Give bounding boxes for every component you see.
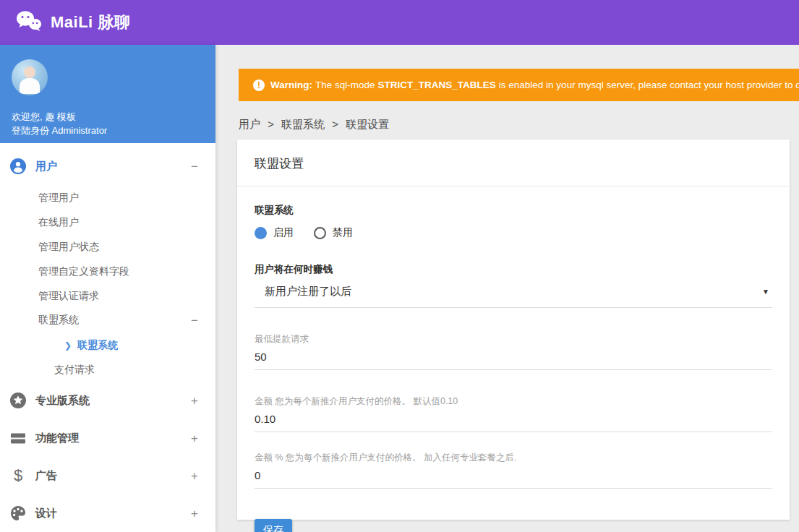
- avatar: [12, 59, 48, 95]
- chevron-right-icon: ❯: [64, 340, 72, 351]
- warning-bold: Warning:: [270, 80, 312, 90]
- sidebar-group-pro[interactable]: 专业版系统 +: [0, 382, 215, 419]
- warning-icon: !: [253, 80, 265, 91]
- expand-icon[interactable]: +: [191, 507, 198, 520]
- sidebar-item-verification-requests[interactable]: 管理认证请求: [0, 283, 215, 308]
- breadcrumb-separator: >: [332, 118, 338, 130]
- radio-enable-label[interactable]: 启用: [273, 226, 294, 239]
- star-icon: [10, 392, 26, 408]
- app-header: MaiLi 脉聊: [0, 0, 799, 45]
- min-withdraw-label: 最低提款请求: [255, 333, 772, 346]
- breadcrumb: 用户 > 联盟系统 > 联盟设置: [239, 118, 389, 132]
- sidebar-item-affiliate-system-active[interactable]: ❯联盟系统: [0, 332, 215, 357]
- warning-text: The sql-mode: [315, 80, 375, 90]
- sidebar-group-ads[interactable]: $ 广告 +: [0, 457, 215, 494]
- sidebar-group-features[interactable]: 功能管理 +: [0, 419, 215, 457]
- sidebar-item-payment-requests[interactable]: 支付请求: [0, 357, 215, 382]
- earn-when-value: 新用户注册了以后: [265, 285, 351, 299]
- user-icon: [10, 158, 26, 174]
- sidebar-group-affiliate[interactable]: 联盟系统 −: [0, 308, 215, 332]
- radio-disable[interactable]: [314, 227, 326, 239]
- affiliate-system-label: 联盟系统: [255, 204, 772, 217]
- breadcrumb-separator: >: [268, 118, 274, 130]
- amount-pct-label: 金额 % 您为每个新推介用户支付的价格。 加入任何专业套餐之后.: [255, 452, 772, 464]
- dollar-icon: $: [10, 468, 26, 484]
- expand-icon[interactable]: +: [191, 470, 198, 482]
- breadcrumb-settings: 联盟设置: [346, 118, 389, 130]
- wechat-logo-icon: [16, 10, 42, 35]
- breadcrumb-users[interactable]: 用户: [239, 118, 260, 130]
- radio-enable[interactable]: [255, 227, 267, 239]
- amount-pct-input[interactable]: 0: [255, 469, 772, 489]
- warning-banner: ! Warning: The sql-mode STRICT_TRANS_TAB…: [239, 69, 799, 101]
- sidebar-group-features-label: 功能管理: [35, 432, 191, 445]
- sidebar-group-affiliate-label: 联盟系统: [38, 314, 191, 327]
- sidebar-group-ads-label: 广告: [35, 469, 191, 483]
- sidebar-menu: 用户 − 管理用户 在线用户 管理用户状态 管理自定义资料字段 管理认证请求 联…: [0, 143, 215, 532]
- sidebar-item-online-users[interactable]: 在线用户: [0, 210, 215, 234]
- brand-title: MaiLi 脉聊: [51, 12, 130, 33]
- amount-pct-field: 金额 % 您为每个新推介用户支付的价格。 加入任何专业套餐之后. 0: [255, 452, 772, 489]
- amount-field: 金额 您为每个新推介用户支付的价格。 默认值0.10 0.10: [255, 395, 772, 432]
- sidebar-item-manage-users[interactable]: 管理用户: [0, 185, 215, 210]
- sidebar-group-design-label: 设计: [35, 507, 191, 520]
- breadcrumb-affiliate[interactable]: 联盟系统: [281, 118, 325, 130]
- sidebar: 欢迎您, 趣 模板 登陆身份 Administrator 用户 − 管理用户 在…: [0, 45, 215, 532]
- affiliate-settings-card: 联盟设置 联盟系统 启用 禁用 用户将在何时赚钱 新用户注册了以后 ▼ 最低提款…: [237, 140, 790, 520]
- warning-text: is enabled in your mysql server, please …: [499, 80, 799, 90]
- sidebar-group-design[interactable]: 设计 +: [0, 494, 215, 532]
- sidebar-group-users-label: 用户: [35, 160, 191, 173]
- sidebar-item-user-status[interactable]: 管理用户状态: [0, 234, 215, 259]
- collapse-icon[interactable]: −: [191, 160, 198, 173]
- welcome-text: 欢迎您, 趣 模板: [12, 110, 204, 124]
- sidebar-group-users[interactable]: 用户 −: [0, 147, 215, 185]
- amount-label: 金额 您为每个新推介用户支付的价格。 默认值0.10: [255, 395, 772, 408]
- bars-icon: [10, 430, 26, 446]
- profile-panel: 欢迎您, 趣 模板 登陆身份 Administrator: [0, 45, 215, 143]
- chevron-down-icon: ▼: [762, 288, 769, 296]
- radio-disable-label[interactable]: 禁用: [333, 226, 353, 239]
- palette-icon: [10, 505, 26, 521]
- earn-when-label: 用户将在何时赚钱: [255, 263, 772, 276]
- sidebar-item-affiliate-system-label: 联盟系统: [77, 339, 118, 351]
- sidebar-group-pro-label: 专业版系统: [35, 394, 191, 408]
- amount-input[interactable]: 0.10: [255, 413, 772, 432]
- expand-icon[interactable]: +: [191, 395, 198, 407]
- warning-sqlmode: STRICT_TRANS_TABLES: [378, 80, 496, 90]
- affiliate-system-radios: 启用 禁用: [255, 226, 772, 239]
- min-withdraw-input[interactable]: 50: [255, 351, 772, 370]
- card-title: 联盟设置: [237, 140, 790, 186]
- sidebar-item-custom-fields[interactable]: 管理自定义资料字段: [0, 259, 215, 283]
- collapse-icon[interactable]: −: [191, 314, 198, 327]
- earn-when-select[interactable]: 新用户注册了以后 ▼: [255, 285, 772, 308]
- expand-icon[interactable]: +: [191, 432, 198, 445]
- login-role-text: 登陆身份 Administrator: [12, 124, 204, 137]
- min-withdraw-field: 最低提款请求 50: [255, 333, 772, 370]
- save-button[interactable]: 保存: [255, 519, 292, 532]
